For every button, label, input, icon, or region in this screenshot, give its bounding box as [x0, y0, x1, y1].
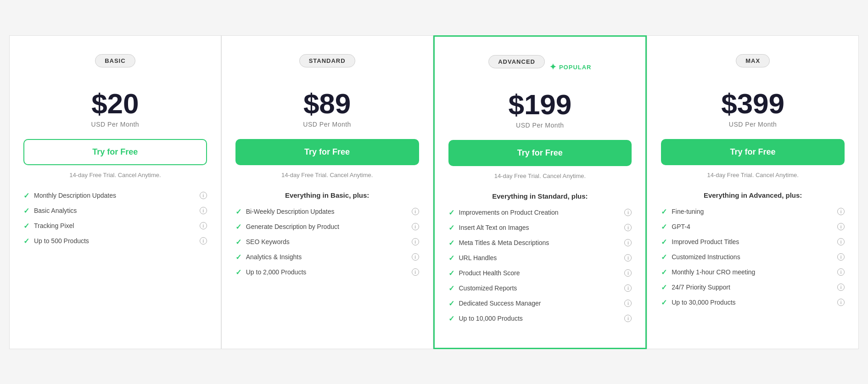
features-section-standard: Everything in Basic, plus:✓Bi-Weekly Des…	[235, 191, 419, 283]
check-icon: ✓	[661, 223, 667, 231]
check-icon: ✓	[23, 206, 29, 215]
try-btn-standard[interactable]: Try for Free	[235, 139, 419, 165]
check-icon: ✓	[448, 208, 454, 217]
feature-item: ✓Up to 10,000 Productsi	[448, 314, 632, 323]
sparkle-icon: ✦	[549, 62, 557, 72]
plan-badge-standard: STANDARD	[299, 54, 355, 67]
info-icon[interactable]: i	[412, 223, 419, 230]
try-btn-max[interactable]: Try for Free	[661, 139, 845, 165]
feature-item: ✓Insert Alt Text on Imagesi	[448, 223, 632, 232]
check-icon: ✓	[661, 207, 667, 216]
feature-text: Generate Description by Product	[246, 223, 407, 230]
feature-text: 24/7 Priority Support	[672, 284, 833, 291]
feature-text: Up to 10,000 Products	[459, 315, 620, 322]
info-icon[interactable]: i	[837, 253, 845, 261]
check-icon: ✓	[235, 238, 241, 246]
try-btn-basic[interactable]: Try for Free	[23, 139, 207, 165]
info-icon[interactable]: i	[412, 238, 419, 245]
trial-note-standard: 14-day Free Trial. Cancel Anytime.	[281, 172, 373, 178]
info-icon[interactable]: i	[837, 299, 845, 306]
feature-item: ✓Analytics & Insightsi	[235, 253, 419, 262]
feature-item: ✓Basic Analyticsi	[23, 206, 207, 215]
feature-item: ✓Bi-Weekly Description Updatesi	[235, 207, 419, 216]
features-heading-advanced: Everything in Standard, plus:	[448, 192, 632, 200]
info-icon[interactable]: i	[624, 269, 632, 277]
feature-item: ✓Customized Reportsi	[448, 284, 632, 293]
feature-text: URL Handles	[459, 254, 620, 262]
plan-card-max: MAX$399USD Per MonthTry for Free14-day F…	[647, 35, 859, 349]
feature-item: ✓Product Health Scorei	[448, 269, 632, 278]
feature-item: ✓Monthly Description Updatesi	[23, 191, 207, 200]
plan-period-basic: USD Per Month	[91, 121, 140, 128]
check-icon: ✓	[661, 283, 667, 292]
plan-period-standard: USD Per Month	[303, 121, 351, 128]
feature-text: Monthly 1-hour CRO meeting	[672, 268, 833, 276]
plan-period-advanced: USD Per Month	[516, 122, 564, 129]
features-section-advanced: Everything in Standard, plus:✓Improvemen…	[448, 192, 632, 329]
feature-text: Analytics & Insights	[246, 253, 407, 261]
info-icon[interactable]: i	[412, 208, 419, 215]
plan-price-max: $399	[721, 89, 784, 118]
check-icon: ✓	[235, 268, 241, 277]
check-icon: ✓	[23, 191, 29, 200]
plan-card-advanced: ADVANCED✦POPULAR$199USD Per MonthTry for…	[433, 35, 647, 349]
plan-badge-advanced: ADVANCED	[488, 55, 545, 68]
info-icon[interactable]: i	[624, 239, 632, 246]
info-icon[interactable]: i	[412, 268, 419, 276]
check-icon: ✓	[448, 254, 454, 262]
check-icon: ✓	[235, 223, 241, 231]
plan-badge-max: MAX	[736, 54, 770, 67]
pricing-container: BASIC$20USD Per MonthTry for Free14-day …	[9, 35, 859, 349]
check-icon: ✓	[235, 207, 241, 216]
check-icon: ✓	[661, 268, 667, 277]
check-icon: ✓	[23, 237, 29, 245]
feature-item: ✓Up to 500 Productsi	[23, 237, 207, 245]
feature-item: ✓Dedicated Success Manageri	[448, 299, 632, 308]
popular-badge: ✦POPULAR	[549, 62, 592, 72]
check-icon: ✓	[661, 253, 667, 262]
check-icon: ✓	[448, 284, 454, 293]
check-icon: ✓	[448, 314, 454, 323]
features-heading-max: Everything in Advanced, plus:	[661, 191, 845, 199]
feature-text: Improved Product Titles	[672, 238, 833, 245]
info-icon[interactable]: i	[837, 223, 845, 230]
features-section-basic: ✓Monthly Description Updatesi✓Basic Anal…	[23, 191, 207, 252]
feature-text: GPT-4	[672, 223, 833, 230]
info-icon[interactable]: i	[624, 209, 632, 216]
feature-item: ✓URL Handlesi	[448, 254, 632, 262]
popular-label: POPULAR	[559, 64, 592, 71]
try-btn-advanced[interactable]: Try for Free	[448, 140, 632, 166]
feature-item: ✓Improvements on Product Creationi	[448, 208, 632, 217]
info-icon[interactable]: i	[624, 315, 632, 322]
info-icon[interactable]: i	[412, 253, 419, 261]
info-icon[interactable]: i	[200, 222, 207, 229]
feature-text: Customized Reports	[459, 284, 620, 292]
feature-text: Up to 500 Products	[34, 237, 195, 245]
plan-period-max: USD Per Month	[729, 121, 777, 128]
feature-text: Up to 2,000 Products	[246, 268, 407, 276]
info-icon[interactable]: i	[624, 254, 632, 262]
feature-text: SEO Keywords	[246, 238, 407, 245]
info-icon[interactable]: i	[200, 207, 207, 214]
trial-note-max: 14-day Free Trial. Cancel Anytime.	[707, 172, 798, 178]
features-section-max: Everything in Advanced, plus:✓Fine-tunin…	[661, 191, 845, 313]
info-icon[interactable]: i	[837, 268, 845, 276]
info-icon[interactable]: i	[624, 300, 632, 307]
feature-text: Improvements on Product Creation	[459, 209, 620, 216]
feature-item: ✓Generate Description by Producti	[235, 223, 419, 231]
info-icon[interactable]: i	[837, 208, 845, 215]
plan-badge-basic: BASIC	[95, 54, 135, 67]
feature-item: ✓Up to 30,000 Productsi	[661, 298, 845, 307]
info-icon[interactable]: i	[200, 237, 207, 245]
info-icon[interactable]: i	[624, 224, 632, 231]
check-icon: ✓	[661, 238, 667, 246]
feature-item: ✓Monthly 1-hour CRO meetingi	[661, 268, 845, 277]
check-icon: ✓	[448, 299, 454, 308]
plan-price-standard: $89	[303, 89, 351, 118]
info-icon[interactable]: i	[624, 284, 632, 292]
feature-text: Meta Titles & Meta Descriptions	[459, 239, 620, 246]
info-icon[interactable]: i	[837, 284, 845, 291]
info-icon[interactable]: i	[837, 238, 845, 245]
info-icon[interactable]: i	[200, 192, 207, 199]
check-icon: ✓	[235, 253, 241, 262]
